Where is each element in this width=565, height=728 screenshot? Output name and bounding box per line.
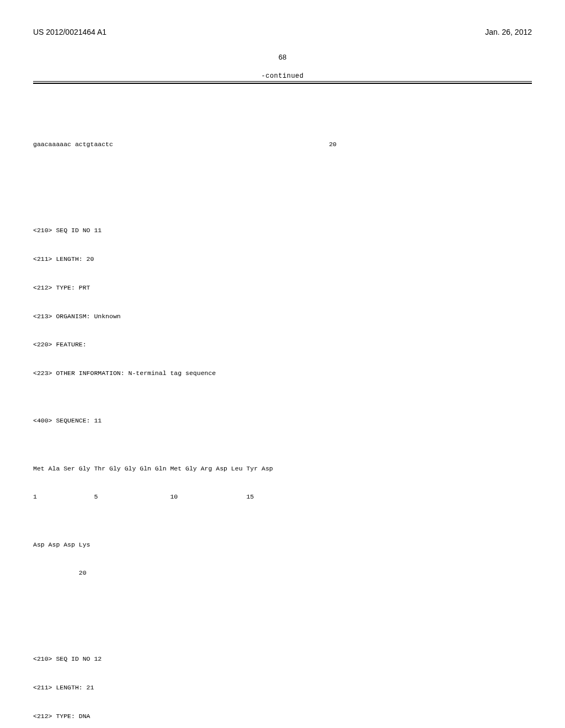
page-header: US 2012/0021464 A1 Jan. 26, 2012 <box>33 28 532 36</box>
seq-header-line: <211> LENGTH: 20 <box>33 254 532 264</box>
protein-seq-numbers: 1 5 10 15 <box>33 492 532 501</box>
seq-header-line: <210> SEQ ID NO 11 <box>33 226 532 235</box>
seq-header-line: <211> LENGTH: 21 <box>33 683 532 692</box>
continued-label: -continued <box>33 72 532 80</box>
seq-header-line: <223> OTHER INFORMATION: N-terminal tag … <box>33 368 532 378</box>
protein-seq-line: Asp Asp Asp Lys <box>33 540 532 549</box>
page-number: 68 <box>33 53 532 61</box>
seq-length: 20 <box>329 140 337 149</box>
seq-block-11: <210> SEQ ID NO 11 <211> LENGTH: 20 <212… <box>33 207 532 597</box>
seq-header-line: <212> TYPE: DNA <box>33 711 532 721</box>
divider-thick <box>33 83 532 84</box>
sequence-listing: gaacaaaaac actgtaactc 20 <210> SEQ ID NO… <box>33 92 532 728</box>
seq-header-line: <220> FEATURE: <box>33 340 532 349</box>
seq-text: gaacaaaaac actgtaactc <box>33 140 113 149</box>
seq-header-line: <213> ORGANISM: Unknown <box>33 312 532 321</box>
patent-date: Jan. 26, 2012 <box>485 28 532 36</box>
protein-seq-line: Met Ala Ser Gly Thr Gly Gly Gln Gln Met … <box>33 464 532 473</box>
divider-top <box>33 81 532 82</box>
seq-label: <400> SEQUENCE: 11 <box>33 416 532 425</box>
patent-number: US 2012/0021464 A1 <box>33 28 106 36</box>
protein-seq-numbers: 20 <box>33 568 532 577</box>
page-container: US 2012/0021464 A1 Jan. 26, 2012 68 -con… <box>0 0 565 728</box>
seq-block-10-data: gaacaaaaac actgtaactc 20 <box>33 121 532 168</box>
seq-header-line: <210> SEQ ID NO 12 <box>33 654 532 663</box>
seq-header-line: <212> TYPE: PRT <box>33 283 532 292</box>
seq-block-12: <210> SEQ ID NO 12 <211> LENGTH: 21 <212… <box>33 635 532 728</box>
